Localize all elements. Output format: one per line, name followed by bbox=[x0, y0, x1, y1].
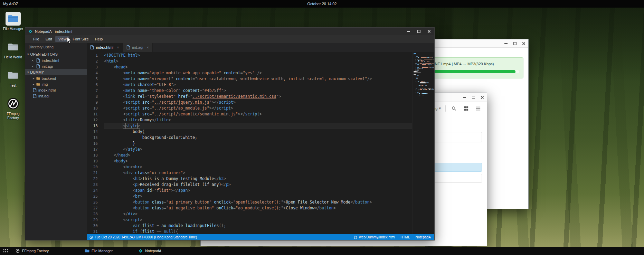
code-token: This is a Dummy Testing Module bbox=[142, 176, 214, 181]
desktop-icon-ffmpeg-factory[interactable]: FFmpeg Factory bbox=[1, 97, 25, 120]
file-name: img bbox=[42, 82, 48, 86]
grid-view-icon[interactable] bbox=[462, 105, 470, 112]
minimap-token bbox=[424, 59, 433, 59]
minimap-token bbox=[420, 66, 420, 66]
code-token: > bbox=[140, 176, 142, 181]
minimap-token bbox=[433, 89, 434, 90]
section-label: OPEN EDITORS bbox=[30, 52, 58, 56]
line-number: 18 bbox=[87, 152, 103, 158]
minimap-token bbox=[417, 68, 418, 69]
code-token: button bbox=[135, 206, 150, 210]
close-button[interactable] bbox=[424, 28, 434, 35]
code-token: background-color:white; bbox=[104, 135, 197, 140]
statusbar-appname[interactable]: NotepadA bbox=[416, 235, 431, 239]
close-tab-icon[interactable]: × bbox=[146, 45, 149, 49]
minimize-button[interactable] bbox=[403, 28, 414, 35]
code-token: Close Window bbox=[286, 206, 314, 210]
code-token: > bbox=[224, 88, 226, 93]
taskbar-item-file-manager[interactable]: File Manager bbox=[83, 247, 115, 255]
notepada-main: Directory Listing ▾OPEN EDITORS×index.ht… bbox=[25, 43, 434, 240]
aroz-start-menu[interactable]: My ArOZ bbox=[3, 2, 18, 6]
code-editor[interactable]: 1234567891011121314151617181920212223242… bbox=[87, 52, 434, 234]
minimap-token bbox=[418, 93, 418, 94]
explorer-sidebar: Directory Listing ▾OPEN EDITORS×index.ht… bbox=[25, 43, 87, 240]
code-token: < bbox=[133, 206, 135, 210]
minimize-button[interactable] bbox=[460, 93, 469, 102]
close-button[interactable] bbox=[519, 39, 528, 47]
taskbar-item-notepada[interactable]: NotepadA bbox=[136, 247, 163, 255]
explorer-item-img[interactable]: ▸img bbox=[25, 81, 87, 87]
explorer-item-init-agi[interactable]: init.agi bbox=[25, 93, 87, 99]
minimap-token bbox=[416, 79, 416, 80]
code-token: if bbox=[133, 229, 138, 234]
minimap-token bbox=[418, 88, 418, 88]
code-token bbox=[104, 164, 123, 169]
code-token: "ui negative button" bbox=[166, 206, 214, 210]
explorer-item-index-html[interactable]: index.html bbox=[25, 87, 87, 93]
menu-view[interactable]: View bbox=[55, 36, 70, 42]
taskbar-item-ffmpeg-factory[interactable]: FFmpeg Factory bbox=[13, 247, 51, 255]
minimap-token bbox=[432, 63, 433, 64]
maximize-button[interactable] bbox=[510, 39, 519, 47]
statusbar-language[interactable]: HTML bbox=[400, 235, 410, 239]
chevron-down-icon: ▾ bbox=[439, 106, 441, 111]
minimap-token bbox=[427, 64, 427, 65]
minimap-token bbox=[417, 82, 417, 83]
desktop-icon-test[interactable]: Test bbox=[1, 68, 25, 88]
code-line: <h3>This is a Dummy Testing Module</h3> bbox=[104, 176, 412, 182]
close-file-icon[interactable]: × bbox=[31, 58, 35, 63]
explorer-section-dummy[interactable]: ▾DUMMY bbox=[25, 69, 87, 75]
explorer-item-index-html[interactable]: ×index.html bbox=[25, 57, 87, 63]
close-tab-icon[interactable]: × bbox=[117, 45, 119, 49]
code-token: = bbox=[200, 88, 202, 93]
menu-edit[interactable]: Edit bbox=[42, 36, 55, 42]
code-token: "openfileselector();" bbox=[233, 200, 283, 205]
minimap-token bbox=[414, 89, 415, 90]
app-launcher-button[interactable] bbox=[0, 247, 10, 255]
minimap-token bbox=[421, 81, 424, 82]
tab-index-html[interactable]: index.html× bbox=[87, 43, 123, 52]
code-token: style bbox=[128, 147, 140, 152]
code-line: </head> bbox=[104, 152, 412, 158]
close-button[interactable] bbox=[478, 93, 487, 102]
menu-font-size[interactable]: Font Size bbox=[69, 36, 92, 42]
code-token bbox=[104, 211, 123, 216]
explorer-item-backend[interactable]: ▸backend bbox=[25, 75, 87, 81]
minimap-token bbox=[418, 91, 418, 91]
explorer-section-open-editors[interactable]: ▾OPEN EDITORS bbox=[25, 51, 87, 57]
minimap[interactable] bbox=[412, 52, 434, 234]
list-view-icon[interactable] bbox=[474, 105, 482, 112]
notepada-titlebar[interactable]: NotepadA - index.html bbox=[25, 28, 434, 35]
menu-file[interactable]: File bbox=[30, 36, 42, 42]
minimap-token bbox=[421, 93, 422, 94]
chevron-down-icon: ▾ bbox=[27, 53, 29, 56]
code-token: link bbox=[125, 94, 135, 99]
code-line: <button class="ui negative button" onCli… bbox=[104, 205, 412, 211]
menu-help[interactable]: Help bbox=[92, 36, 106, 42]
code-token: head bbox=[116, 65, 126, 69]
desktop-icon-file-manager[interactable]: File Manager bbox=[1, 12, 25, 31]
minimize-button[interactable] bbox=[501, 39, 510, 47]
code-token: charset bbox=[135, 82, 154, 87]
code-token: Dummy bbox=[140, 117, 152, 122]
tab-init-agi[interactable]: init.agi× bbox=[123, 43, 153, 52]
search-icon[interactable] bbox=[450, 105, 458, 112]
folder-icon bbox=[6, 12, 21, 26]
file-name: index.html bbox=[42, 58, 59, 63]
file-name: index.html bbox=[38, 88, 56, 92]
code-token: " bbox=[209, 100, 212, 105]
code-token: content bbox=[221, 70, 240, 75]
code-token: "viewport" bbox=[150, 76, 173, 81]
minimap-token bbox=[420, 82, 426, 83]
desktop-icons: File ManagerHello WorldTestFFmpeg Factor… bbox=[1, 12, 25, 120]
code-text[interactable]: <!DOCTYPE html><html> <head> <meta name=… bbox=[103, 52, 412, 234]
desktop-icon-hello-world[interactable]: Hello World bbox=[1, 40, 25, 59]
minimap-token bbox=[423, 60, 424, 61]
minimap-token bbox=[423, 59, 423, 59]
close-file-icon[interactable]: × bbox=[31, 64, 35, 68]
desktop-icon-label: Test bbox=[10, 84, 16, 88]
explorer-item-init-agi[interactable]: ×init.agi bbox=[25, 63, 87, 69]
maximize-button[interactable] bbox=[469, 93, 478, 102]
statusbar-filepath[interactable]: web/Dummy/index.html bbox=[354, 235, 395, 239]
maximize-button[interactable] bbox=[414, 28, 424, 35]
